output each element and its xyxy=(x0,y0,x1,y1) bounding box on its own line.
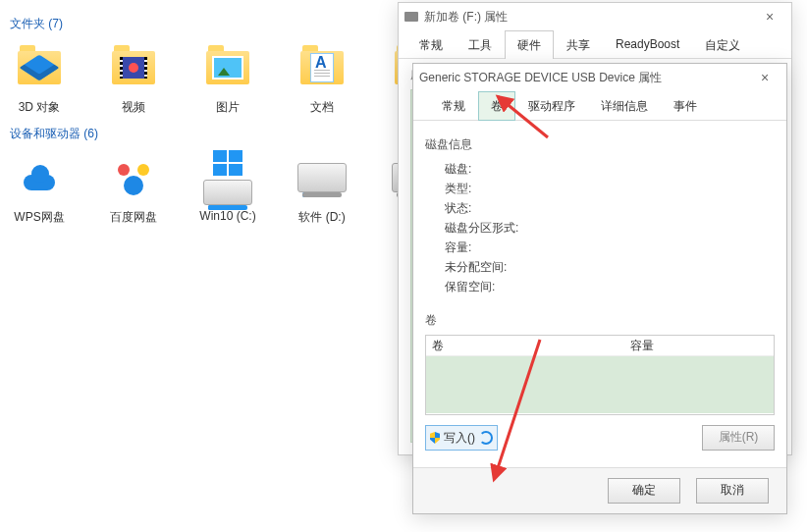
volume-list-body xyxy=(426,356,774,413)
tab-tools[interactable]: 工具 xyxy=(456,30,505,59)
icon-label: WPS网盘 xyxy=(14,209,64,226)
cube-icon xyxy=(19,55,59,81)
baidu-icon xyxy=(116,160,151,195)
icon-label: 3D 对象 xyxy=(19,99,61,116)
populate-button[interactable]: 写入() xyxy=(425,425,498,451)
dialog-content: 磁盘信息 磁盘: 类型: 状态: 磁盘分区形式: 容量: 未分配空间: 保留空间… xyxy=(413,121,786,415)
properties-button[interactable]: 属性(R) xyxy=(702,425,775,451)
drive-icon xyxy=(203,180,252,205)
titlebar[interactable]: 新加卷 (F:) 属性 × xyxy=(399,3,791,30)
cloud-icon xyxy=(20,165,59,190)
drive-d[interactable]: 软件 (D:) xyxy=(293,150,351,226)
drive-icon xyxy=(297,163,347,192)
document-icon xyxy=(310,53,334,82)
icon-label: 软件 (D:) xyxy=(298,209,345,226)
drive-wps[interactable]: WPS网盘 xyxy=(10,150,69,226)
tab-hardware[interactable]: 硬件 xyxy=(505,30,554,59)
titlebar[interactable]: Generic STORAGE DEVICE USB Device 属性 × xyxy=(413,64,786,91)
icon-label: 图片 xyxy=(216,99,240,116)
volume-list-header: 卷 容量 xyxy=(426,336,774,356)
folder-pictures[interactable]: 图片 xyxy=(198,40,257,116)
field-capacity: 容量: xyxy=(445,238,775,257)
tab-events[interactable]: 事件 xyxy=(661,91,710,121)
tab-bar: 常规 卷 驱动程序 详细信息 事件 xyxy=(413,91,786,121)
tab-custom[interactable]: 自定义 xyxy=(692,30,753,59)
cancel-button[interactable]: 取消 xyxy=(696,478,769,504)
folder-documents[interactable]: 文档 xyxy=(293,40,351,116)
uac-shield-icon xyxy=(430,432,440,444)
windows-icon xyxy=(213,150,242,176)
folder-icon xyxy=(300,51,344,84)
ok-button[interactable]: 确定 xyxy=(608,478,680,504)
icon-label: 文档 xyxy=(310,99,334,116)
photo-icon xyxy=(212,56,243,80)
icon-label: 百度网盘 xyxy=(110,209,157,226)
folder-icon xyxy=(395,51,438,84)
tab-sharing[interactable]: 共享 xyxy=(554,30,603,59)
dialog-title: Generic STORAGE DEVICE USB Device 属性 xyxy=(419,70,662,86)
drive-baidu[interactable]: 百度网盘 xyxy=(104,150,163,226)
close-button[interactable]: × xyxy=(754,6,785,27)
tab-details[interactable]: 详细信息 xyxy=(588,91,661,121)
close-button[interactable]: × xyxy=(749,67,780,88)
volume-list[interactable]: 卷 容量 xyxy=(425,335,775,415)
field-type: 类型: xyxy=(445,179,775,198)
device-properties-dialog: Generic STORAGE DEVICE USB Device 属性 × 常… xyxy=(412,63,787,514)
field-unallocated: 未分配空间: xyxy=(445,257,775,277)
tab-general-2[interactable]: 常规 xyxy=(429,91,478,121)
folder-3d-objects[interactable]: 3D 对象 xyxy=(10,40,69,116)
tab-readyboost[interactable]: ReadyBoost xyxy=(603,30,692,59)
film-icon xyxy=(120,57,147,79)
drive-icon xyxy=(404,12,418,22)
dialog-title: 新加卷 (F:) 属性 xyxy=(424,9,508,26)
field-disk: 磁盘: xyxy=(445,159,775,179)
col-capacity: 容量 xyxy=(511,338,774,354)
folder-icon xyxy=(206,51,249,84)
field-partition: 磁盘分区形式: xyxy=(445,218,775,238)
folder-icon xyxy=(18,51,61,84)
dialog-footer: 确定 取消 xyxy=(413,467,786,513)
volume-section-label: 卷 xyxy=(425,312,775,329)
populate-label: 写入() xyxy=(444,427,475,449)
field-status: 状态: xyxy=(445,198,775,218)
col-volume: 卷 xyxy=(426,338,511,354)
icon-label: Win10 (C:) xyxy=(199,209,255,223)
icon-label: 视频 xyxy=(122,99,145,116)
folder-videos[interactable]: 视频 xyxy=(104,40,163,116)
tab-bar: 常规 工具 硬件 共享 ReadyBoost 自定义 xyxy=(399,30,791,59)
tab-volumes[interactable]: 卷 xyxy=(478,91,515,121)
field-reserved: 保留空间: xyxy=(445,277,775,296)
tab-driver[interactable]: 驱动程序 xyxy=(515,91,588,121)
action-buttons: 写入() 属性(R) xyxy=(425,425,775,451)
refresh-icon xyxy=(479,431,493,445)
drive-c[interactable]: Win10 (C:) xyxy=(198,150,257,226)
disk-info-label: 磁盘信息 xyxy=(425,136,775,153)
folder-icon xyxy=(112,51,155,84)
